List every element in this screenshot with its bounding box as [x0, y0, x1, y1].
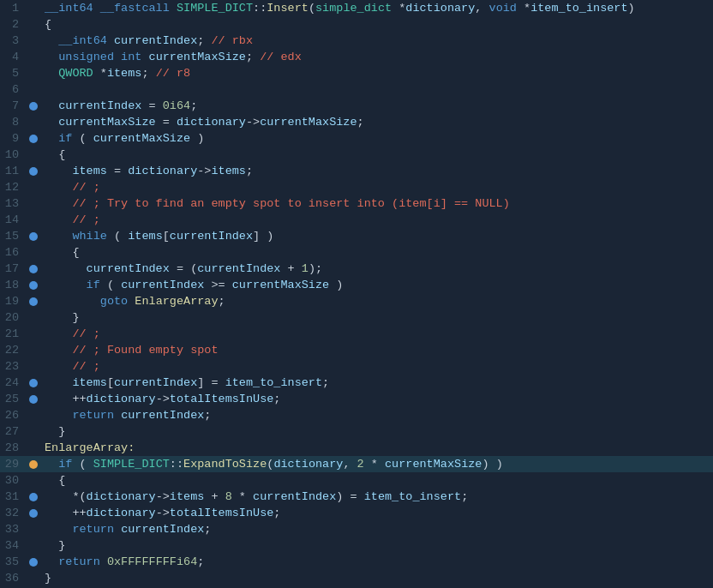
- breakpoint-indicator[interactable]: [26, 505, 41, 521]
- code-line: 9 if ( currentMaxSize ): [0, 130, 713, 147]
- line-number: 28: [0, 440, 26, 456]
- code-line: 3 __int64 currentIndex; // rbx: [0, 33, 713, 49]
- code-token: }: [45, 572, 51, 585]
- line-number: 10: [0, 147, 26, 163]
- breakpoint-indicator[interactable]: [26, 0, 41, 16]
- code-line: 12 // ;: [0, 179, 713, 195]
- breakpoint-indicator[interactable]: [26, 130, 41, 147]
- breakpoint-indicator[interactable]: [26, 342, 41, 358]
- code-token: totalItemsInUse: [170, 507, 274, 519]
- breakpoint-indicator[interactable]: [26, 391, 41, 407]
- code-token: simple_dict: [315, 2, 392, 15]
- line-number: 15: [0, 228, 26, 244]
- code-text: __int64 __fastcall SIMPLE_DICT::Insert(s…: [41, 0, 713, 16]
- breakpoint-indicator[interactable]: [26, 179, 41, 195]
- breakpoint-indicator[interactable]: [26, 309, 41, 326]
- code-text: {: [41, 244, 713, 261]
- code-token: QWORD: [45, 67, 100, 80]
- breakpoint-indicator[interactable]: [26, 147, 41, 163]
- code-token: __int64 __fastcall: [45, 2, 177, 15]
- breakpoint-indicator[interactable]: [26, 293, 41, 309]
- line-number: 24: [0, 375, 26, 391]
- breakpoint-indicator[interactable]: [26, 537, 41, 554]
- breakpoint-indicator[interactable]: [26, 456, 41, 472]
- code-token: currentMaxSize: [58, 116, 155, 129]
- code-token: dictionary: [405, 2, 475, 15]
- breakpoint-indicator[interactable]: [26, 49, 41, 65]
- code-line: 23 // ;: [0, 358, 713, 375]
- breakpoint-dot: [29, 102, 38, 111]
- breakpoint-indicator[interactable]: [26, 261, 41, 277]
- breakpoint-indicator[interactable]: [26, 33, 41, 49]
- breakpoint-indicator[interactable]: [26, 521, 41, 537]
- code-text: currentIndex = (currentIndex + 1);: [41, 261, 713, 277]
- breakpoint-indicator[interactable]: [26, 277, 41, 293]
- line-number: 34: [0, 537, 26, 554]
- code-token: // edx: [260, 51, 302, 63]
- code-text: ++dictionary->totalItemsInUse;: [41, 505, 713, 521]
- breakpoint-indicator[interactable]: [26, 472, 41, 489]
- code-token: ++: [45, 393, 87, 405]
- code-token: currentIndex: [121, 523, 204, 536]
- code-text: {: [41, 16, 713, 33]
- breakpoint-indicator[interactable]: [26, 554, 41, 570]
- code-line: 10 {: [0, 147, 713, 163]
- code-token: SIMPLE_DICT: [93, 458, 170, 471]
- breakpoint-indicator[interactable]: [26, 440, 41, 456]
- breakpoint-indicator[interactable]: [26, 212, 41, 228]
- code-text: *(dictionary->items + 8 * currentIndex) …: [41, 489, 713, 505]
- code-token: *: [364, 458, 385, 471]
- code-token: // ;: [45, 181, 100, 194]
- breakpoint-indicator[interactable]: [26, 16, 41, 33]
- breakpoint-indicator[interactable]: [26, 195, 41, 212]
- code-line: 1__int64 __fastcall SIMPLE_DICT::Insert(…: [0, 0, 713, 16]
- code-token: dictionary: [87, 507, 156, 519]
- line-number: 23: [0, 358, 26, 375]
- code-token: (: [72, 458, 93, 471]
- code-token: ->: [156, 507, 170, 519]
- breakpoint-dot: [29, 232, 38, 241]
- code-token: item_to_insert: [225, 376, 322, 389]
- code-token: ::: [253, 2, 267, 15]
- code-token: ,: [343, 458, 356, 471]
- code-token: currentIndex: [87, 262, 170, 275]
- code-token: return: [45, 555, 107, 568]
- breakpoint-indicator[interactable]: [26, 570, 41, 586]
- breakpoint-indicator[interactable]: [26, 375, 41, 391]
- breakpoint-indicator[interactable]: [26, 81, 41, 98]
- code-token: }: [45, 425, 65, 438]
- breakpoint-indicator[interactable]: [26, 326, 41, 342]
- code-line: 25 ++dictionary->totalItemsInUse;: [0, 391, 713, 407]
- line-number: 17: [0, 261, 26, 277]
- code-text: if ( SIMPLE_DICT::ExpandToSize(dictionar…: [41, 456, 713, 472]
- breakpoint-indicator[interactable]: [26, 407, 41, 423]
- line-number: 9: [0, 130, 26, 147]
- breakpoint-indicator[interactable]: [26, 228, 41, 244]
- breakpoint-indicator[interactable]: [26, 163, 41, 179]
- code-token: );: [309, 262, 322, 275]
- code-token: return: [45, 409, 121, 422]
- code-token: =: [141, 99, 162, 112]
- breakpoint-indicator[interactable]: [26, 358, 41, 375]
- breakpoint-indicator[interactable]: [26, 244, 41, 261]
- line-number: 29: [0, 456, 26, 472]
- code-text: // ;: [41, 326, 713, 342]
- code-token: ->: [156, 393, 170, 405]
- code-token: ) =: [336, 490, 363, 503]
- code-line: 36}: [0, 570, 713, 586]
- code-token: ExpandToSize: [183, 458, 267, 471]
- breakpoint-indicator[interactable]: [26, 98, 41, 114]
- breakpoint-indicator[interactable]: [26, 423, 41, 440]
- breakpoint-indicator[interactable]: [26, 114, 41, 130]
- code-token: ;: [273, 393, 280, 405]
- code-token: [45, 116, 58, 129]
- code-token: ;: [141, 67, 155, 80]
- breakpoint-indicator[interactable]: [26, 489, 41, 505]
- breakpoint-indicator[interactable]: [26, 65, 41, 81]
- breakpoint-dot: [29, 460, 38, 469]
- line-number: 4: [0, 49, 26, 65]
- code-token: ;: [219, 295, 225, 308]
- code-token: ;: [190, 99, 197, 112]
- code-line: 4 unsigned int currentMaxSize; // edx: [0, 49, 713, 65]
- code-token: 0xFFFFFFFFi64: [107, 555, 197, 568]
